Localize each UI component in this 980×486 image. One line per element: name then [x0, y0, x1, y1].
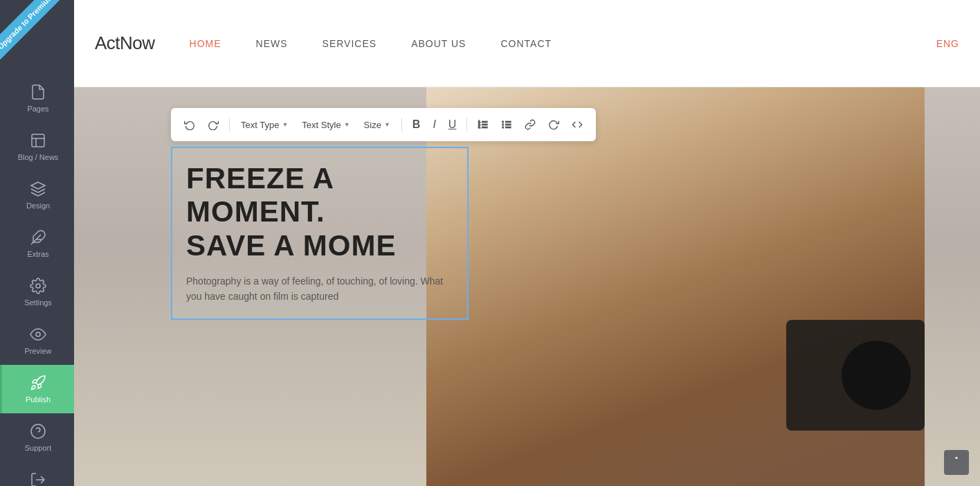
- nav-link-services[interactable]: SERVICES: [323, 38, 377, 49]
- unordered-list-icon: [501, 119, 512, 130]
- sidebar-item-publish[interactable]: Publish: [0, 365, 74, 413]
- text-editor-container: Text Type ▼ Text Style ▼ Size ▼ B: [171, 108, 596, 320]
- sidebar-item-publish-label: Publish: [26, 395, 51, 404]
- svg-rect-18: [506, 127, 511, 127]
- text-style-arrow: ▼: [344, 121, 350, 128]
- text-type-dropdown[interactable]: Text Type ▼: [237, 118, 292, 132]
- text-style-label: Text Style: [302, 120, 341, 130]
- ordered-list-icon: 1.2.3.: [478, 119, 489, 130]
- size-arrow: ▼: [384, 121, 390, 128]
- text-type-label: Text Type: [241, 120, 279, 130]
- redo-button[interactable]: [204, 117, 222, 132]
- puzzle-icon: [30, 229, 46, 246]
- text-style-dropdown[interactable]: Text Style ▼: [298, 118, 354, 132]
- bold-icon: B: [412, 118, 421, 131]
- sidebar-item-pages[interactable]: Pages: [0, 74, 74, 123]
- svg-point-7: [31, 424, 45, 438]
- italic-button[interactable]: I: [429, 116, 439, 133]
- bold-button[interactable]: B: [409, 116, 424, 133]
- rocket-icon: [30, 375, 46, 391]
- sidebar-item-blog[interactable]: Blog / News: [0, 123, 74, 171]
- svg-point-22: [955, 457, 957, 459]
- sidebar-item-extras-label: Extras: [27, 250, 48, 258]
- undo-button[interactable]: [181, 117, 199, 132]
- redo-icon: [208, 119, 219, 130]
- blog-icon: [30, 132, 46, 149]
- svg-point-21: [502, 127, 504, 128]
- accessibility-icon: [950, 456, 963, 469]
- hero-camera-lens: [842, 341, 911, 410]
- svg-rect-17: [506, 124, 511, 125]
- svg-rect-0: [32, 134, 44, 147]
- underline-icon: U: [448, 118, 457, 131]
- unordered-list-button[interactable]: [498, 117, 516, 132]
- underline-button[interactable]: U: [445, 116, 460, 133]
- size-label: Size: [364, 120, 381, 130]
- site-logo: ActNow: [95, 33, 155, 54]
- code-icon: [572, 119, 583, 130]
- link-icon: [525, 119, 536, 130]
- nav-link-about[interactable]: ABOUT US: [411, 38, 466, 49]
- settings-icon: [30, 278, 46, 294]
- eye-icon: [30, 326, 46, 343]
- logo-text: ActNow: [95, 33, 155, 53]
- svg-point-19: [502, 121, 504, 123]
- link-button[interactable]: [521, 117, 539, 132]
- sidebar-item-settings[interactable]: Settings: [0, 268, 74, 316]
- sidebar-item-blog-label: Blog / News: [18, 153, 59, 161]
- toolbar-sep-2: [401, 118, 402, 132]
- help-icon: [30, 423, 46, 440]
- toolbar-sep-3: [466, 118, 467, 132]
- nav-link-news[interactable]: NEWS: [256, 38, 288, 49]
- upgrade-badge-text[interactable]: Upgrade to Premium: [0, 0, 64, 60]
- svg-text:3.: 3.: [479, 126, 481, 129]
- hero-headline-line2: SAVE A MOME: [186, 229, 453, 262]
- code-button[interactable]: [568, 117, 586, 132]
- nav-link-home[interactable]: HOME: [190, 38, 221, 49]
- svg-point-20: [502, 124, 504, 125]
- size-dropdown[interactable]: Size ▼: [360, 118, 394, 132]
- logout-icon: [30, 471, 46, 486]
- navbar: ActNow HOME NEWS SERVICES ABOUT US CONTA…: [74, 0, 980, 87]
- nav-links: HOME NEWS SERVICES ABOUT US CONTACT: [190, 38, 552, 49]
- sidebar-item-preview-label: Preview: [24, 347, 51, 355]
- main-content: ActNow HOME NEWS SERVICES ABOUT US CONTA…: [74, 0, 980, 486]
- sidebar-item-settings-label: Settings: [24, 298, 52, 307]
- sidebar-item-logout[interactable]: Logout: [0, 462, 74, 486]
- hero-headline: FREEZE A MOMENT. SAVE A MOME: [186, 162, 453, 262]
- sidebar: Upgrade to Premium Pages Blog / News Des…: [0, 0, 74, 486]
- sidebar-item-extras[interactable]: Extras: [0, 219, 74, 268]
- hero-section: Text Type ▼ Text Style ▼ Size ▼ B: [74, 87, 980, 486]
- svg-rect-16: [506, 121, 511, 122]
- undo-icon: [184, 119, 195, 130]
- sidebar-item-support[interactable]: Support: [0, 413, 74, 462]
- file-icon: [30, 84, 46, 100]
- sidebar-item-preview[interactable]: Preview: [0, 316, 74, 365]
- svg-rect-10: [482, 121, 487, 122]
- svg-point-6: [36, 332, 40, 336]
- sidebar-item-pages-label: Pages: [27, 105, 48, 113]
- sidebar-item-design[interactable]: Design: [0, 171, 74, 219]
- text-type-arrow: ▼: [282, 121, 288, 128]
- design-icon: [30, 181, 46, 197]
- sidebar-item-support-label: Support: [25, 444, 52, 452]
- italic-icon: I: [433, 118, 435, 131]
- language-selector[interactable]: ENG: [936, 38, 959, 49]
- toolbar-sep-1: [229, 118, 230, 132]
- upgrade-badge[interactable]: Upgrade to Premium: [0, 0, 74, 74]
- text-content-box[interactable]: FREEZE A MOMENT. SAVE A MOME Photography…: [171, 147, 469, 320]
- svg-point-5: [36, 284, 40, 288]
- refresh-icon: [548, 119, 559, 130]
- svg-rect-12: [482, 127, 487, 127]
- hero-headline-line1: FREEZE A MOMENT.: [186, 162, 453, 229]
- svg-rect-11: [482, 124, 487, 125]
- ordered-list-button[interactable]: 1.2.3.: [474, 117, 492, 132]
- accessibility-widget[interactable]: [944, 450, 969, 475]
- text-toolbar: Text Type ▼ Text Style ▼ Size ▼ B: [171, 108, 596, 141]
- refresh-button[interactable]: [545, 117, 563, 132]
- hero-subtext: Photography is a way of feeling, of touc…: [186, 273, 453, 305]
- nav-link-contact[interactable]: CONTACT: [500, 38, 552, 49]
- sidebar-item-design-label: Design: [26, 201, 50, 210]
